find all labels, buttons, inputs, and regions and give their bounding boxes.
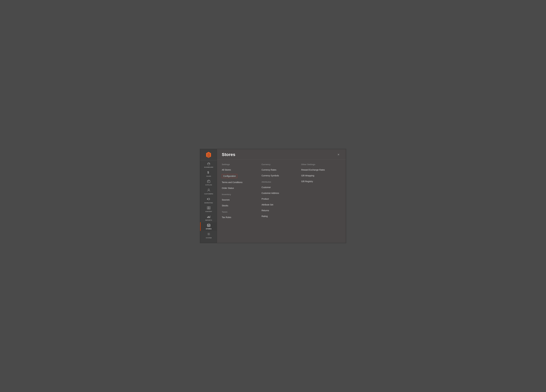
magento-logo-icon xyxy=(205,152,212,158)
svg-rect-16 xyxy=(207,217,208,218)
stocks-link[interactable]: Stocks xyxy=(222,204,259,207)
sidebar-item-content-label: CONTENT xyxy=(205,211,212,212)
tax-rules-link[interactable]: Tax Rules xyxy=(222,216,259,219)
rating-link[interactable]: Rating xyxy=(262,215,298,218)
gift-wrapping-link[interactable]: Gift Wrapping xyxy=(301,174,338,177)
order-status-link[interactable]: Order Status xyxy=(222,187,259,190)
svg-rect-8 xyxy=(208,181,208,182)
sidebar-item-system[interactable]: SYSTEM xyxy=(200,231,217,240)
sidebar-item-system-label: SYSTEM xyxy=(206,237,212,239)
main-content: Stores × Settings All Stores Configurati… xyxy=(217,149,346,243)
other-settings-column: Other Settings Reward Exchange Rates Gif… xyxy=(301,163,341,239)
marketing-icon xyxy=(207,197,210,202)
sidebar-item-reports-label: REPORTS xyxy=(205,219,212,221)
svg-text:$: $ xyxy=(207,171,209,174)
close-button[interactable]: × xyxy=(336,152,341,157)
stores-icon xyxy=(207,224,210,228)
svg-rect-20 xyxy=(207,225,210,227)
system-icon xyxy=(207,232,210,236)
main-header: Stores × xyxy=(217,149,346,160)
sales-icon: $ xyxy=(207,171,210,175)
svg-rect-12 xyxy=(207,207,208,208)
app-container: DASHBOARD $ SALES CATALOG xyxy=(200,149,346,243)
reward-exchange-rates-link[interactable]: Reward Exchange Rates xyxy=(301,168,338,171)
customer-attr-link[interactable]: Customer xyxy=(262,186,298,189)
menu-grid: Settings All Stores Configuration Terms … xyxy=(217,160,346,243)
currency-column: Currency Currency Rates Currency Symbols… xyxy=(262,163,301,239)
sources-link[interactable]: Sources xyxy=(222,198,259,201)
sidebar-item-sales-label: SALES xyxy=(206,176,211,177)
sidebar-item-marketing[interactable]: MARKETING xyxy=(200,196,217,205)
sidebar-item-dashboard-label: DASHBOARD xyxy=(204,166,213,168)
sidebar: DASHBOARD $ SALES CATALOG xyxy=(200,149,217,243)
sidebar-logo xyxy=(200,149,217,160)
svg-rect-13 xyxy=(209,207,210,208)
page-title: Stores xyxy=(222,152,235,157)
svg-rect-18 xyxy=(209,216,210,218)
all-stores-link[interactable]: All Stores xyxy=(222,168,259,171)
settings-section-title: Settings xyxy=(222,163,259,165)
sidebar-item-dashboard[interactable]: DASHBOARD xyxy=(200,161,217,169)
taxes-section-title: Taxes xyxy=(222,211,259,213)
sidebar-item-catalog-label: CATALOG xyxy=(205,184,212,186)
sidebar-item-stores[interactable]: STORES xyxy=(200,222,217,231)
sidebar-item-catalog[interactable]: CATALOG xyxy=(200,178,217,187)
settings-column: Settings All Stores Configuration Terms … xyxy=(222,163,262,239)
sidebar-item-reports[interactable]: REPORTS xyxy=(200,214,217,222)
attributes-section-title: Attributes xyxy=(262,181,298,183)
sidebar-item-marketing-label: MARKETING xyxy=(204,202,213,204)
svg-line-5 xyxy=(209,164,209,164)
svg-point-22 xyxy=(208,234,209,234)
returns-link[interactable]: Returns xyxy=(262,209,298,212)
other-settings-section-title: Other Settings xyxy=(301,163,338,165)
product-attr-link[interactable]: Product xyxy=(262,197,298,200)
dashboard-icon xyxy=(207,162,210,166)
reports-icon xyxy=(207,215,210,219)
customer-address-attr-link[interactable]: Customer Address xyxy=(262,192,298,195)
customers-icon xyxy=(207,188,210,192)
svg-rect-19 xyxy=(210,216,210,218)
sidebar-item-stores-label: STORES xyxy=(206,228,212,230)
catalog-icon xyxy=(207,180,210,183)
svg-rect-15 xyxy=(209,208,210,209)
svg-marker-3 xyxy=(208,153,210,158)
svg-rect-14 xyxy=(207,208,208,209)
sidebar-item-customers-label: CUSTOMERS xyxy=(204,193,213,195)
terms-conditions-link[interactable]: Terms and Conditions xyxy=(222,181,259,184)
currency-section-title: Currency xyxy=(262,163,298,165)
inventory-section-title: Inventory xyxy=(222,193,259,196)
sidebar-item-content[interactable]: CONTENT xyxy=(200,205,217,214)
svg-rect-17 xyxy=(208,216,209,218)
svg-rect-21 xyxy=(208,226,209,227)
attribute-set-link[interactable]: Attribute Set xyxy=(262,203,298,206)
currency-symbols-link[interactable]: Currency Symbols xyxy=(262,174,298,177)
gift-registry-link[interactable]: Gift Registry xyxy=(301,180,338,183)
sidebar-item-sales[interactable]: $ SALES xyxy=(200,169,217,178)
sidebar-item-customers[interactable]: CUSTOMERS xyxy=(200,187,217,196)
svg-point-10 xyxy=(208,189,209,190)
currency-rates-link[interactable]: Currency Rates xyxy=(262,168,298,171)
configuration-link[interactable]: Configuration xyxy=(222,174,237,178)
content-icon xyxy=(207,206,210,210)
